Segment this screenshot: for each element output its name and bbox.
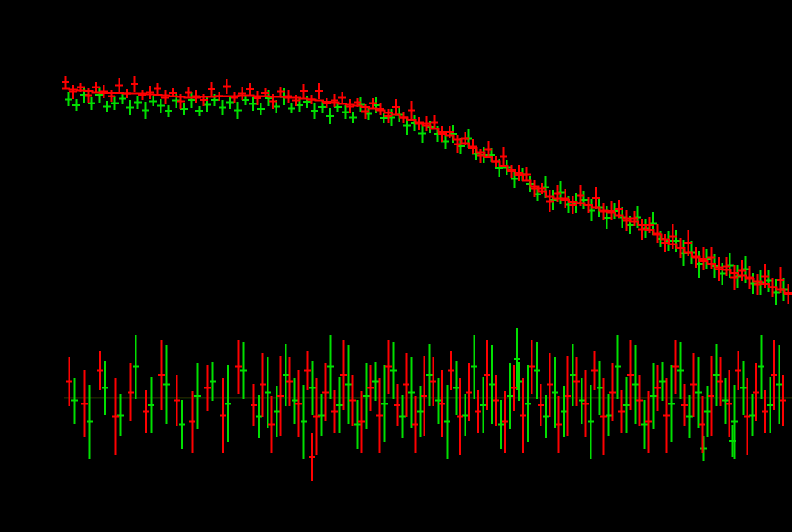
data-point [466, 363, 472, 421]
data-point [260, 353, 266, 417]
data-point [771, 340, 777, 410]
data-point [740, 361, 747, 415]
data-point [573, 357, 580, 406]
data-point [274, 386, 280, 437]
data-point [97, 351, 103, 390]
data-point [627, 340, 634, 410]
data-point [318, 394, 325, 436]
data-point [311, 103, 318, 119]
data-point [520, 378, 526, 453]
data-point [776, 345, 782, 424]
data-point [588, 385, 594, 459]
data-point [645, 391, 652, 453]
data-point [408, 357, 415, 428]
data-point [403, 353, 409, 417]
data-point [457, 378, 463, 455]
data-point [234, 102, 242, 119]
data-point [256, 395, 262, 438]
data-point [525, 365, 531, 442]
data-point [579, 378, 585, 424]
data-point [623, 377, 630, 433]
data-point [538, 384, 544, 426]
data-point [744, 378, 750, 455]
data-point [277, 356, 284, 436]
data-point [300, 84, 308, 98]
data-point [390, 342, 397, 399]
data-point [246, 83, 254, 95]
data-point [322, 363, 329, 421]
data-point [367, 365, 374, 411]
data-point [309, 361, 316, 415]
data-point [529, 340, 535, 394]
data-point [484, 340, 490, 410]
data-point [138, 90, 146, 100]
data-point [286, 357, 293, 406]
data-point [66, 357, 72, 406]
data-point [100, 85, 108, 98]
data-point [636, 375, 643, 426]
data-point [240, 342, 247, 399]
data-point [340, 340, 347, 410]
data-point [231, 92, 238, 103]
data-point [480, 377, 486, 433]
data-point [448, 351, 454, 390]
data-point [453, 361, 459, 415]
data-point [641, 400, 648, 449]
data-point [331, 390, 338, 433]
data-point [288, 103, 295, 113]
data-point [69, 85, 77, 99]
data-point [285, 90, 292, 103]
data-point [189, 391, 195, 453]
data-point [119, 93, 126, 104]
data-point [161, 90, 169, 104]
data-point [695, 357, 702, 428]
data-point [615, 335, 621, 399]
data-point [158, 340, 165, 410]
data-point [363, 363, 370, 429]
data-point [313, 378, 320, 455]
data-point [143, 390, 149, 433]
data-point [223, 79, 231, 94]
data-point [154, 83, 161, 94]
data-point [268, 396, 275, 453]
data-point [326, 108, 334, 124]
data-point [717, 357, 723, 406]
data-point [72, 99, 80, 111]
data-point [708, 356, 714, 436]
data-point [394, 384, 400, 426]
data-point [87, 385, 93, 459]
data-point [315, 83, 323, 99]
data-point [758, 335, 764, 399]
residuals-panel [64, 328, 792, 481]
data-point [735, 351, 741, 390]
data-point [704, 386, 711, 437]
data-point [762, 390, 768, 433]
data-point [195, 106, 203, 116]
data-point [439, 370, 445, 437]
data-point [115, 78, 123, 92]
data-point [174, 375, 180, 426]
data-point [219, 100, 226, 115]
data-point [354, 400, 361, 449]
data-point [493, 375, 499, 426]
data-point [376, 378, 383, 453]
data-point [381, 365, 388, 442]
data-point [502, 391, 508, 453]
data-point [597, 361, 603, 415]
data-point [556, 396, 562, 453]
data-point [582, 370, 589, 437]
data-point [225, 365, 231, 442]
data-point [309, 433, 315, 481]
data-point [677, 342, 684, 399]
data-point [780, 375, 786, 426]
data-point [600, 378, 607, 455]
data-point [117, 394, 124, 436]
data-point [659, 362, 666, 401]
data-point [534, 342, 540, 399]
data-point [295, 370, 302, 437]
data-point [265, 357, 271, 428]
plot-window [0, 0, 792, 532]
data-point [552, 357, 558, 428]
spectrum-panel [62, 76, 792, 305]
data-point [565, 356, 571, 436]
